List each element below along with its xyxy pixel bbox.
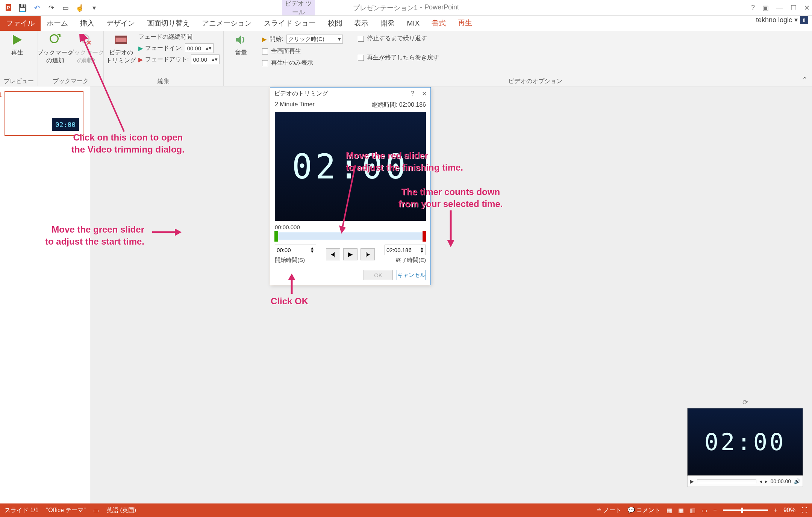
zoom-in-icon[interactable]: +	[774, 507, 777, 514]
help-icon[interactable]: ?	[751, 4, 755, 12]
media-track[interactable]	[697, 479, 756, 483]
start-from-beginning-icon[interactable]: ▭	[60, 3, 71, 13]
slide-sorter-icon[interactable]: ▦	[678, 507, 684, 514]
save-icon[interactable]: 💾	[17, 3, 28, 13]
tab-file[interactable]: ファイル	[0, 16, 41, 31]
slide-thumbnail-1[interactable]: 1 02:00	[5, 91, 83, 136]
slide-canvas-area: ビデオのトリミング ? ✕ 2 Minute Timer 継続時間: 02:00…	[90, 86, 812, 503]
close-icon[interactable]: ✕	[804, 4, 810, 12]
rotate-handle-icon[interactable]: ⟳	[687, 398, 803, 407]
group-label-preview: プレビュー	[4, 76, 34, 85]
svg-line-6	[83, 38, 124, 132]
account-name: tekhno logic	[756, 16, 792, 24]
tab-format[interactable]: 書式	[426, 16, 452, 31]
reading-view-icon[interactable]: ▥	[690, 507, 695, 514]
add-bookmark-button[interactable]: + ブックマークの追加	[42, 33, 69, 65]
arrow-ok	[286, 274, 298, 296]
tab-mix[interactable]: MIX	[401, 16, 426, 31]
tab-review[interactable]: 校閲	[322, 16, 348, 31]
volume-button[interactable]: 音量	[227, 33, 255, 57]
tab-developer[interactable]: 開発	[374, 16, 401, 31]
loop-checkbox[interactable]	[358, 36, 364, 42]
app-name: PowerPoint	[424, 3, 459, 12]
ribbon-group-preview: 再生 プレビュー	[0, 31, 38, 86]
dialog-video-name: 2 Minute Timer	[275, 101, 315, 109]
start-select[interactable]: クリック時(C)▾	[286, 35, 343, 44]
media-control-bar: ▶ ◂ ▸ 00:00.00 🔊	[687, 476, 803, 487]
status-language[interactable]: 英語 (英国)	[106, 506, 136, 514]
media-forward-icon[interactable]: ▸	[765, 478, 768, 484]
tab-slideshow[interactable]: スライド ショー	[258, 16, 322, 31]
zoom-out-icon[interactable]: −	[713, 507, 717, 514]
end-time-label: 終了時間(E)	[396, 257, 426, 264]
rewind-checkbox[interactable]	[358, 55, 364, 61]
status-theme: "Office テーマ"	[46, 506, 86, 514]
touch-mode-icon[interactable]: ☝	[74, 3, 85, 13]
notes-button[interactable]: ≐ ノート	[597, 506, 621, 514]
tab-view[interactable]: 表示	[348, 16, 374, 31]
next-frame-button[interactable]: |▸	[361, 248, 375, 260]
spinner-icon[interactable]: ▲▼	[420, 246, 424, 253]
svg-line-8	[342, 165, 355, 229]
spinner-icon[interactable]: ▲▼	[310, 246, 314, 253]
play-button[interactable]: 再生	[4, 33, 31, 57]
arrow-red	[338, 165, 361, 237]
fullscreen-checkbox[interactable]	[262, 48, 268, 54]
dialog-help-icon[interactable]: ?	[411, 90, 414, 97]
arrow-timer	[445, 210, 457, 248]
trim-start-handle[interactable]	[274, 231, 278, 242]
qat-customize-icon[interactable]: ▾	[89, 3, 99, 13]
dialog-titlebar[interactable]: ビデオのトリミング ? ✕	[270, 88, 430, 100]
tab-transitions[interactable]: 画面切り替え	[141, 16, 196, 31]
hide-checkbox[interactable]	[262, 60, 268, 66]
comments-button[interactable]: 💬 コメント	[627, 506, 661, 514]
fullscreen-label: 全画面再生	[271, 47, 301, 55]
media-play-icon[interactable]: ▶	[690, 478, 694, 484]
media-time: 00:00.00	[771, 478, 791, 484]
dialog-duration: 継続時間: 02:00.186	[372, 101, 426, 109]
maximize-icon[interactable]: ☐	[791, 4, 797, 12]
spell-check-icon[interactable]: ▭	[93, 507, 99, 514]
start-time-input[interactable]: 00:00▲▼	[275, 245, 316, 255]
tab-insert[interactable]: 挿入	[74, 16, 100, 31]
tab-playback[interactable]: 再生	[452, 16, 478, 31]
main-area: 1 02:00 ビデオのトリミング ? ✕ 2 Minute Timer 継続時…	[0, 86, 812, 503]
media-volume-icon[interactable]: 🔊	[794, 478, 800, 484]
fit-to-window-icon[interactable]: ⛶	[801, 507, 807, 514]
slide-video-object[interactable]: ⟳ 02:00 ▶ ◂ ▸ 00:00.00 🔊	[687, 398, 803, 487]
annotation-timer: The timer counts downfrom your selected …	[398, 186, 503, 210]
redo-icon[interactable]: ↷	[46, 3, 56, 13]
ok-button[interactable]: OK	[364, 270, 393, 280]
account-area[interactable]: tekhno logic ▾ tl	[756, 16, 808, 24]
play-preview-button[interactable]: ▶	[343, 248, 358, 260]
status-bar: スライド 1/1 "Office テーマ" ▭ 英語 (英国) ≐ ノート 💬 …	[0, 503, 812, 517]
dialog-close-icon[interactable]: ✕	[422, 90, 427, 97]
zoom-level[interactable]: 90%	[783, 507, 795, 514]
avatar: tl	[800, 16, 808, 24]
media-back-icon[interactable]: ◂	[759, 478, 762, 484]
tab-design[interactable]: デザイン	[100, 16, 141, 31]
window-title: プレゼンテーション1 - PowerPoint	[353, 3, 459, 12]
svg-point-0	[50, 35, 58, 43]
normal-view-icon[interactable]: ▦	[667, 507, 672, 514]
quick-access-toolbar: P 💾 ↶ ↷ ▭ ☝ ▾	[0, 3, 99, 13]
prev-frame-button[interactable]: ◂|	[326, 248, 340, 260]
arrow-trim-icon	[79, 34, 222, 135]
collapse-ribbon-icon[interactable]: ⌃	[802, 76, 807, 84]
title-bar: P 💾 ↶ ↷ ▭ ☝ ▾ プレゼンテーション1 - PowerPoint ビデ…	[0, 0, 812, 16]
minimize-icon[interactable]: —	[776, 4, 783, 12]
video-frame[interactable]: 02:00	[687, 408, 803, 476]
trim-end-handle[interactable]	[423, 231, 426, 242]
tab-animations[interactable]: アニメーション	[196, 16, 258, 31]
cancel-button[interactable]: キャンセル	[397, 270, 426, 280]
account-menu-icon[interactable]: ▾	[794, 16, 798, 24]
tab-home[interactable]: ホーム	[41, 16, 74, 31]
zoom-slider[interactable]	[723, 509, 768, 511]
slideshow-view-icon[interactable]: ▭	[701, 507, 707, 514]
play-start-icon: ▶	[262, 36, 267, 43]
undo-icon[interactable]: ↶	[32, 3, 42, 13]
ribbon-display-icon[interactable]: ▣	[762, 4, 769, 12]
end-time-input[interactable]: 02:00.186▲▼	[385, 245, 426, 255]
dialog-title: ビデオのトリミング	[274, 90, 328, 98]
start-label: 開始:	[270, 35, 283, 43]
